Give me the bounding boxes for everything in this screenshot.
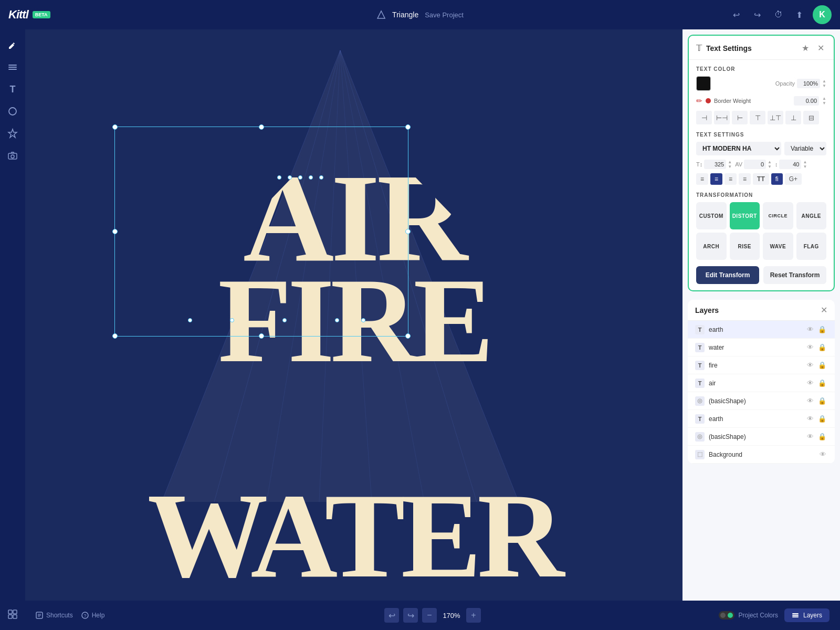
text-style1-button[interactable]: fi <box>771 173 783 185</box>
sidebar-item-grid[interactable] <box>3 605 22 624</box>
layer-row-background[interactable]: ⬚ Background 👁 <box>688 446 835 464</box>
control-point-bm2[interactable] <box>282 318 287 322</box>
transform-wave-button[interactable]: WAVE <box>763 233 793 260</box>
share-button[interactable]: ⬆ <box>792 7 807 23</box>
sidebar-item-text[interactable]: T <box>3 80 22 99</box>
transform-circle-button[interactable]: CIRCLE <box>763 202 793 229</box>
layer-lock-button[interactable]: 🔒 <box>817 432 827 442</box>
tracking-down[interactable]: ▼ <box>768 165 772 169</box>
layer-row-water[interactable]: T water 👁 🔒 <box>688 339 835 356</box>
control-point-1[interactable] <box>277 175 281 180</box>
color-swatch[interactable] <box>696 76 711 91</box>
align-center-v-button[interactable]: ⊥⊤ <box>768 111 783 124</box>
layer-visibility-button[interactable]: 👁 <box>806 360 815 370</box>
layer-row-basicshape-1[interactable]: ◎ (basicShape) 👁 🔒 <box>688 392 835 410</box>
control-point-bl[interactable] <box>188 318 192 322</box>
panel-favorite-button[interactable]: ★ <box>800 42 811 54</box>
layer-row-basicshape-2[interactable]: ◎ (basicShape) 👁 🔒 <box>688 428 835 446</box>
shortcuts-button[interactable]: Shortcuts <box>36 612 73 619</box>
sidebar-item-layers[interactable] <box>3 58 22 77</box>
layer-visibility-button[interactable]: 👁 <box>806 414 815 424</box>
save-project-button[interactable]: Save Project <box>425 11 464 19</box>
zoom-undo-button[interactable]: ↩ <box>384 608 399 623</box>
align-top-button[interactable]: ⊤ <box>750 111 765 124</box>
layer-row-earth-1[interactable]: T earth 👁 🔒 <box>688 321 835 339</box>
layer-row-fire[interactable]: T fire 👁 🔒 <box>688 356 835 374</box>
layer-lock-button[interactable]: 🔒 <box>817 360 827 370</box>
layer-lock-button[interactable]: 🔒 <box>817 414 827 424</box>
opacity-up-button[interactable]: ▲ <box>822 79 826 83</box>
user-avatar[interactable]: K <box>813 5 832 24</box>
project-colors-button[interactable]: Project Colors <box>719 611 778 620</box>
text-style2-button[interactable]: G+ <box>785 173 802 185</box>
border-down-button[interactable]: ▼ <box>822 101 826 106</box>
align-left-left-button[interactable]: ⊣ <box>696 111 712 124</box>
align-right-text-button[interactable]: ≡ <box>724 173 737 185</box>
help-button[interactable]: ? Help <box>81 612 105 619</box>
layer-visibility-button[interactable]: 👁 <box>818 449 827 459</box>
control-point-bm1[interactable] <box>230 318 234 322</box>
zoom-in-button[interactable]: + <box>466 608 481 623</box>
control-point-3[interactable] <box>298 175 302 180</box>
transform-arch-button[interactable]: ARCH <box>696 233 727 260</box>
border-up-button[interactable]: ▲ <box>822 97 826 101</box>
reset-transform-button[interactable]: Reset Transform <box>763 266 826 284</box>
opacity-input[interactable] <box>797 79 820 88</box>
zoom-redo-button[interactable]: ↪ <box>403 608 418 623</box>
control-point-bm3[interactable] <box>335 318 339 322</box>
align-bottom-button[interactable]: ⊥ <box>785 111 801 124</box>
align-distribute-button[interactable]: ⊟ <box>803 111 819 124</box>
font-family-select[interactable]: HT MODERN HA <box>696 142 781 155</box>
leading-up[interactable]: ▲ <box>803 160 807 164</box>
undo-button[interactable]: ↩ <box>729 7 744 23</box>
handle-lm[interactable] <box>112 229 118 234</box>
redo-button[interactable]: ↪ <box>750 7 765 23</box>
handle-tl[interactable] <box>112 124 118 130</box>
tracking-input[interactable] <box>744 160 766 169</box>
layer-row-air[interactable]: T air 👁 🔒 <box>688 374 835 392</box>
transform-rise-button[interactable]: RISE <box>730 233 760 260</box>
layer-lock-button[interactable]: 🔒 <box>817 342 827 352</box>
align-right-right-button[interactable]: ⊢ <box>732 111 748 124</box>
border-weight-input[interactable] <box>794 96 819 106</box>
sidebar-item-edit[interactable] <box>3 36 22 55</box>
font-weight-select[interactable]: Variable <box>784 142 826 155</box>
sidebar-item-camera[interactable] <box>3 146 22 165</box>
layer-visibility-button[interactable]: 👁 <box>806 324 815 334</box>
leading-down[interactable]: ▼ <box>803 165 807 169</box>
layer-visibility-button[interactable]: 👁 <box>806 378 815 388</box>
control-point-5[interactable] <box>319 175 323 180</box>
text-bold-button[interactable]: TT <box>753 173 769 185</box>
font-size-input[interactable] <box>704 160 726 169</box>
layers-bottom-button[interactable]: Layers <box>784 608 830 622</box>
align-center-text-button[interactable]: ≡ <box>710 173 722 185</box>
font-size-down[interactable]: ▼ <box>728 165 732 169</box>
sidebar-item-shapes[interactable] <box>3 102 22 121</box>
transform-angle-button[interactable]: ANGLE <box>796 202 827 229</box>
layer-lock-button[interactable]: 🔒 <box>817 324 827 334</box>
transform-distort-button[interactable]: DISTORT <box>730 202 760 229</box>
handle-bl[interactable] <box>112 333 118 339</box>
zoom-out-button[interactable]: − <box>422 608 437 623</box>
edit-transform-button[interactable]: Edit Transform <box>696 266 759 284</box>
control-point-br[interactable] <box>361 318 365 322</box>
layer-visibility-button[interactable]: 👁 <box>806 432 815 442</box>
control-point-4[interactable] <box>309 175 313 180</box>
align-center-h-button[interactable]: ⊢⊣ <box>714 111 730 124</box>
layers-close-button[interactable]: ✕ <box>821 305 827 315</box>
transform-flag-button[interactable]: FLAG <box>796 233 827 260</box>
control-point-2[interactable] <box>288 175 292 180</box>
tracking-up[interactable]: ▲ <box>768 160 772 164</box>
leading-input[interactable] <box>779 160 801 169</box>
layer-lock-button[interactable]: 🔒 <box>817 378 827 388</box>
layer-visibility-button[interactable]: 👁 <box>806 396 815 406</box>
align-left-text-button[interactable]: ≡ <box>696 173 708 185</box>
transform-custom-button[interactable]: CUSTOM <box>696 202 727 229</box>
opacity-down-button[interactable]: ▼ <box>822 84 826 88</box>
font-size-up[interactable]: ▲ <box>728 160 732 164</box>
sidebar-item-effects[interactable] <box>3 124 22 143</box>
layer-row-earth-2[interactable]: T earth 👁 🔒 <box>688 410 835 428</box>
layer-visibility-button[interactable]: 👁 <box>806 342 815 352</box>
layer-lock-button[interactable]: 🔒 <box>817 396 827 406</box>
history-button[interactable]: ⏱ <box>771 7 786 23</box>
